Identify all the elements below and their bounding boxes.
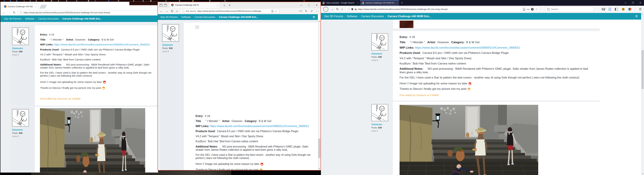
- desktop-icon[interactable]: [304, 0, 305, 2]
- desktop-icon[interactable]: [179, 0, 180, 2]
- gear-icon[interactable]: ⚙: [313, 15, 315, 19]
- breadcrumb-software[interactable]: Software: [347, 15, 357, 18]
- pocket-icon[interactable]: ∨: [531, 8, 534, 11]
- new-tab-button[interactable]: [39, 5, 47, 9]
- scrollbar-thumb[interactable]: [642, 50, 644, 89]
- desktop-icon[interactable]: [58, 0, 59, 2]
- broken-image-icon[interactable]: ✕: [196, 26, 199, 29]
- previous-post-image[interactable]: [400, 21, 414, 28]
- desktop-icon[interactable]: [4, 0, 5, 2]
- back-icon[interactable]: ←: [160, 10, 163, 13]
- home-icon[interactable]: ⌂: [176, 10, 178, 13]
- breadcrumb-carrara[interactable]: Carrara Discussion: [194, 16, 215, 18]
- username-link[interactable]: Ooseven: [12, 128, 35, 131]
- search-input[interactable]: Search: [545, 7, 594, 12]
- breadcrumb-software[interactable]: Software: [25, 17, 34, 20]
- library-icon[interactable]: [602, 8, 605, 11]
- close-button[interactable]: ✕: [313, 4, 320, 7]
- tab-close-icon[interactable]: ×: [396, 2, 398, 4]
- tab-close-icon[interactable]: ×: [217, 4, 218, 7]
- forward-icon[interactable]: →: [8, 11, 10, 14]
- maximize-button[interactable]: □: [305, 4, 313, 7]
- new-tab-button[interactable]: +: [224, 4, 225, 7]
- desktop-icon[interactable]: [166, 0, 166, 2]
- desktop-icon[interactable]: [142, 0, 144, 2]
- new-tab-button[interactable]: +: [401, 1, 403, 5]
- username-link[interactable]: Ooseven: [372, 52, 393, 55]
- breadcrumb-carrara[interactable]: Carrara Discussion: [38, 17, 59, 20]
- avatar[interactable]: [12, 28, 29, 45]
- desktop-icon[interactable]: [36, 0, 37, 2]
- desktop-icon[interactable]: [209, 0, 210, 2]
- desktop-icon[interactable]: [150, 0, 152, 2]
- desktop-icon[interactable]: [51, 0, 52, 2]
- extension-icon[interactable]: [628, 8, 631, 11]
- share-icon[interactable]: ↗: [310, 10, 313, 13]
- address-bar[interactable]: i https://www.daz3d.com/forums/discussio…: [18, 10, 156, 15]
- reload-icon[interactable]: ↻: [13, 11, 16, 14]
- address-bar[interactable]: i https://www.daz3d.com/forums/discussio…: [346, 7, 540, 12]
- desktop-icon[interactable]: [10, 0, 11, 2]
- notes-extension-icon[interactable]: [608, 8, 611, 11]
- scroll-up-arrow[interactable]: ▲: [318, 21, 320, 22]
- avatar[interactable]: [12, 109, 29, 127]
- tab-preview-chevron[interactable]: ∨: [229, 4, 230, 7]
- reading-view-icon[interactable]: [271, 10, 274, 12]
- scroll-down-arrow[interactable]: ▼: [641, 173, 644, 175]
- breadcrumb-software[interactable]: Software: [181, 16, 191, 18]
- tab-close-icon[interactable]: ×: [36, 6, 37, 8]
- desktop-icon[interactable]: [44, 0, 45, 2]
- desktop-icon[interactable]: [133, 0, 134, 2]
- desktop-icon[interactable]: [108, 0, 109, 2]
- favorite-star-icon[interactable]: ☆: [275, 10, 277, 13]
- menu-icon[interactable]: ☰: [639, 8, 642, 11]
- avatar[interactable]: [372, 33, 388, 51]
- tab-google-search[interactable]: news australia - Google Search ×: [321, 0, 360, 6]
- page-actions-icon[interactable]: •••: [527, 8, 530, 11]
- breadcrumb-carrara[interactable]: Carrara Discussion: [361, 15, 384, 18]
- settings-more-icon[interactable]: ⋯: [316, 10, 318, 13]
- tracking-shield-icon[interactable]: [352, 8, 353, 10]
- wip-link[interactable]: https://www.daz3d.com/forums/discussion/…: [54, 43, 150, 46]
- desktop-icon[interactable]: [24, 0, 25, 2]
- scroll-down-arrow[interactable]: ▼: [318, 168, 320, 169]
- noir-render-image[interactable]: [40, 108, 145, 172]
- zoom-extension-icon[interactable]: [622, 8, 625, 11]
- desktop-icon[interactable]: [76, 0, 77, 2]
- breadcrumb-forums[interactable]: Daz 3D Forums: [4, 17, 22, 20]
- page-info-icon[interactable]: i: [347, 8, 350, 11]
- desktop-icon[interactable]: [16, 0, 17, 2]
- gear-icon[interactable]: ⚙: [635, 15, 638, 18]
- desktop-icon[interactable]: [30, 0, 31, 2]
- minimize-button[interactable]: —: [622, 2, 629, 4]
- desktop-icon[interactable]: [66, 0, 67, 2]
- chrome-tab-active[interactable]: Carrara Challenge #40 NO ×: [2, 3, 38, 10]
- avatar[interactable]: [162, 24, 179, 42]
- breadcrumb-forums[interactable]: Daz 3D Forums: [324, 15, 343, 18]
- forward-icon[interactable]: →: [331, 8, 334, 11]
- scrollbar[interactable]: ▲ ▼: [641, 13, 644, 175]
- edge-tab-active[interactable]: Carrara Challenge #40 N ×: [169, 2, 220, 8]
- page-info-icon[interactable]: i: [20, 11, 22, 14]
- username-link[interactable]: Ooseven: [372, 123, 393, 126]
- desktop-icon[interactable]: [192, 0, 194, 2]
- breadcrumb-forums[interactable]: Daz 3D Forums: [160, 16, 178, 18]
- reader-view-icon[interactable]: [523, 8, 525, 11]
- noir-render-image[interactable]: [400, 105, 538, 175]
- bookmark-star-icon[interactable]: ☆: [535, 8, 538, 11]
- desktop-icon[interactable]: [88, 0, 89, 2]
- back-icon[interactable]: ←: [2, 11, 5, 14]
- tab-carrara-active[interactable]: Carrara Challenge #40 NOIR En ×: [360, 0, 399, 6]
- desktop-icon[interactable]: [95, 0, 96, 2]
- desktop-icon[interactable]: [224, 0, 226, 2]
- web-note-icon[interactable]: ✎: [305, 10, 307, 13]
- restore-button[interactable]: ❐: [629, 2, 636, 4]
- scrollbar[interactable]: ▲ ▼: [318, 20, 320, 170]
- home-icon[interactable]: ⌂: [341, 8, 343, 11]
- tabs-preview-icon[interactable]: [164, 4, 167, 7]
- wip-link[interactable]: https://www.daz3d.com/forums/discussion/…: [415, 46, 520, 49]
- sidebars-icon[interactable]: [615, 8, 618, 11]
- hub-favorites-icon[interactable]: [299, 10, 302, 12]
- username-link[interactable]: Ooseven: [12, 47, 35, 50]
- forward-icon[interactable]: →: [166, 10, 168, 13]
